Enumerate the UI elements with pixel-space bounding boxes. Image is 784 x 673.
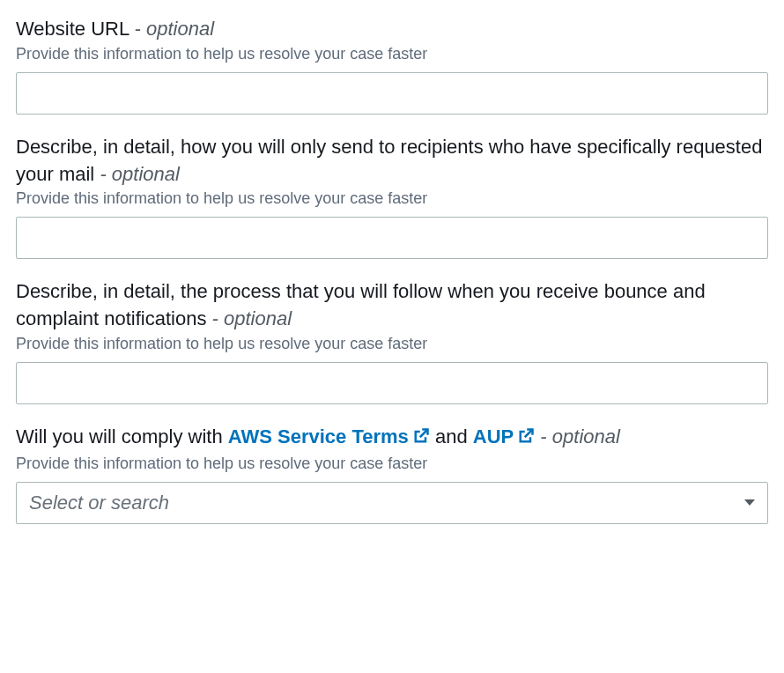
bounce-help: Provide this information to help us reso… (16, 335, 768, 353)
bounce-input[interactable] (16, 362, 768, 404)
label-dash: - (135, 18, 146, 40)
external-link-icon (412, 425, 430, 453)
label-prefix: Will you will comply with (16, 425, 228, 447)
field-recipients: Describe, in detail, how you will only s… (16, 134, 768, 260)
recipients-input[interactable] (16, 217, 768, 259)
label-suffix-dash: - (535, 425, 552, 447)
label-text: Describe, in detail, the process that yo… (16, 280, 706, 329)
website-url-help: Provide this information to help us reso… (16, 45, 768, 63)
field-comply: Will you will comply with AWS Service Te… (16, 424, 768, 524)
link-text: AUP (473, 425, 514, 447)
optional-tag: optional (112, 163, 180, 185)
comply-select[interactable]: Select or search (16, 482, 768, 524)
aup-link[interactable]: AUP (473, 425, 535, 447)
label-dash: - (212, 307, 224, 329)
aws-service-terms-link[interactable]: AWS Service Terms (228, 425, 430, 447)
recipients-label: Describe, in detail, how you will only s… (16, 134, 768, 189)
website-url-input[interactable] (16, 72, 768, 115)
label-dash: - (100, 163, 111, 185)
website-url-label: Website URL - optional (16, 16, 768, 43)
recipients-help: Provide this information to help us reso… (16, 189, 768, 208)
bounce-label: Describe, in detail, the process that yo… (16, 278, 768, 333)
optional-tag: optional (224, 307, 292, 329)
optional-tag: optional (552, 425, 620, 447)
label-mid: and (430, 425, 473, 447)
external-link-icon (517, 425, 535, 453)
label-text: Website URL (16, 18, 129, 40)
comply-select-wrap: Select or search (16, 482, 768, 524)
link-text: AWS Service Terms (228, 425, 409, 447)
optional-tag: optional (146, 18, 214, 40)
comply-help: Provide this information to help us reso… (16, 455, 768, 473)
select-placeholder: Select or search (29, 492, 169, 514)
field-bounce: Describe, in detail, the process that yo… (16, 278, 768, 404)
field-website-url: Website URL - optional Provide this info… (16, 16, 768, 115)
comply-label: Will you will comply with AWS Service Te… (16, 424, 768, 453)
